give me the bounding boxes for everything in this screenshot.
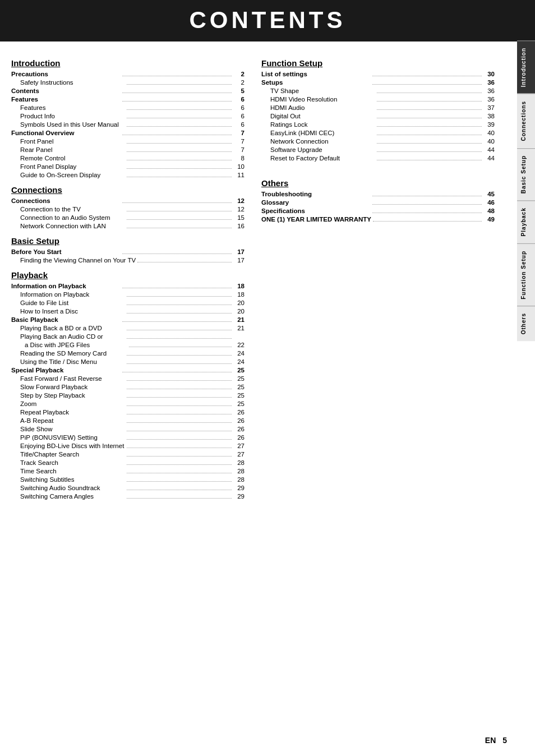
toc-finding-channel: Finding the Viewing Channel on Your TV 1… — [11, 256, 245, 265]
toc-title-disc-menu: Using the Title / Disc Menu 24 — [11, 358, 245, 366]
section-title-introduction: Introduction — [11, 58, 245, 68]
section-title-function-setup: Function Setup — [261, 58, 495, 68]
toc-step-playback: Step by Step Playback 25 — [11, 391, 245, 400]
right-column: Function Setup List of settings 30 Setup… — [261, 53, 495, 501]
toc-front-panel-display: Front Panel Display 10 — [11, 163, 245, 171]
toc-slide-show: Slide Show 26 — [11, 425, 245, 434]
toc-easylink: EasyLink (HDMI CEC) 40 — [261, 129, 495, 137]
toc-warranty: ONE (1) YEAR LIMITED WARRANTY 49 — [261, 215, 495, 224]
left-column: Introduction Precautions 2 Safety Instru… — [11, 53, 245, 501]
toc-specifications: Specifications 48 — [261, 207, 495, 215]
toc-connections: Connections 12 — [11, 197, 245, 205]
toc-network-connection-lan: Network Connection with LAN 16 — [11, 222, 245, 231]
toc-reset-factory: Reset to Factory Default 44 — [261, 154, 495, 163]
toc-bd-live: Enjoying BD-Live Discs with Internet 27 — [11, 442, 245, 450]
toc-ab-repeat: A-B Repeat 26 — [11, 417, 245, 425]
sidebar-tab-introduction[interactable]: Introduction — [517, 40, 535, 94]
toc-features-bold: Features 6 — [11, 95, 245, 104]
toc-info-on-playback: Information on Playback 18 — [11, 282, 245, 291]
toc-rear-panel: Rear Panel 7 — [11, 146, 245, 154]
toc-hdmi-audio: HDMI Audio 37 — [261, 104, 495, 112]
toc-troubleshooting: Troubleshooting 45 — [261, 190, 495, 199]
sidebar-tab-function-setup[interactable]: Function Setup — [517, 243, 535, 306]
toc-ratings-lock: Ratings Lock 39 — [261, 121, 495, 129]
toc-switching-audio: Switching Audio Soundtrack 29 — [11, 484, 245, 492]
section-title-others: Others — [261, 178, 495, 188]
section-others: Others Troubleshooting 45 Glossary 46 Sp… — [261, 178, 495, 224]
sidebar-tab-others[interactable]: Others — [517, 306, 535, 341]
toc-precautions: Precautions 2 — [11, 70, 245, 79]
section-playback: Playback Information on Playback 18 Info… — [11, 270, 245, 501]
footer: EN 5 — [481, 736, 507, 745]
toc-zoom: Zoom 25 — [11, 400, 245, 408]
toc-connection-tv: Connection to the TV 12 — [11, 205, 245, 214]
section-basic-setup: Basic Setup Before You Start 17 Finding … — [11, 236, 245, 265]
toc-remote-control: Remote Control 8 — [11, 154, 245, 163]
page-title: CONTENTS — [0, 7, 535, 34]
toc-jpeg-disc: a Disc with JPEG Files 22 — [11, 341, 245, 349]
toc-playing-bd-dvd: Playing Back a BD or a DVD 21 — [11, 324, 245, 333]
toc-basic-playback: Basic Playback 21 — [11, 316, 245, 324]
toc-guide-file-list: Guide to File List 20 — [11, 299, 245, 307]
toc-time-search: Time Search 28 — [11, 467, 245, 476]
toc-features: Features 6 — [11, 104, 245, 112]
toc-network-connection: Network Connection 40 — [261, 137, 495, 146]
toc-playing-audio-cd: Playing Back an Audio CD or — [11, 333, 245, 341]
toc-switching-camera: Switching Camera Angles 29 — [11, 492, 245, 501]
main-content: Introduction Precautions 2 Safety Instru… — [0, 42, 517, 512]
sidebar-tab-playback[interactable]: Playback — [517, 200, 535, 243]
section-introduction: Introduction Precautions 2 Safety Instru… — [11, 58, 245, 179]
toc-guide-onscreen: Guide to On-Screen Display 11 — [11, 171, 245, 179]
toc-fast-forward: Fast Forward / Fast Reverse 25 — [11, 375, 245, 383]
section-title-connections: Connections — [11, 185, 245, 195]
sidebar-tabs: Introduction Connections Basic Setup Pla… — [517, 40, 535, 342]
toc-setups: Setups 36 — [261, 79, 495, 87]
toc-special-playback: Special Playback 25 — [11, 366, 245, 375]
section-title-playback: Playback — [11, 270, 245, 280]
section-connections: Connections Connections 12 Connection to… — [11, 185, 245, 231]
footer-en-label: EN — [485, 736, 496, 745]
sidebar-tab-basic-setup[interactable]: Basic Setup — [517, 148, 535, 200]
toc-digital-out: Digital Out 38 — [261, 112, 495, 121]
toc-track-search: Track Search 28 — [11, 459, 245, 467]
toc-hdmi-video-resolution: HDMI Video Resolution 36 — [261, 95, 495, 104]
toc-symbols: Symbols Used in this User Manual 6 — [11, 121, 245, 129]
toc-product-info: Product Info 6 — [11, 112, 245, 121]
toc-title-chapter-search: Title/Chapter Search 27 — [11, 450, 245, 459]
toc-software-upgrade: Software Upgrade 44 — [261, 146, 495, 154]
section-title-basic-setup: Basic Setup — [11, 236, 245, 246]
toc-safety-instructions: Safety Instructions 2 — [11, 79, 245, 87]
toc-glossary: Glossary 46 — [261, 199, 495, 207]
page-header: CONTENTS — [0, 0, 535, 42]
toc-contents: Contents 5 — [11, 87, 245, 95]
section-function-setup: Function Setup List of settings 30 Setup… — [261, 58, 495, 163]
toc-slow-forward: Slow Forward Playback 25 — [11, 383, 245, 391]
toc-before-you-start: Before You Start 17 — [11, 248, 245, 256]
toc-sd-card: Reading the SD Memory Card 24 — [11, 349, 245, 358]
toc-connection-audio: Connection to an Audio System 15 — [11, 214, 245, 222]
toc-pip: PiP (BONUSVIEW) Setting 26 — [11, 434, 245, 442]
toc-switching-subtitles: Switching Subtitles 28 — [11, 476, 245, 484]
footer-page-num: 5 — [502, 736, 507, 745]
toc-info-on-playback-sub: Information on Playback 18 — [11, 291, 245, 299]
sidebar-tab-connections[interactable]: Connections — [517, 94, 535, 148]
toc-insert-disc: How to Insert a Disc 20 — [11, 307, 245, 316]
toc-functional-overview: Functional Overview 7 — [11, 129, 245, 137]
toc-tv-shape: TV Shape 36 — [261, 87, 495, 95]
toc-list-settings: List of settings 30 — [261, 70, 495, 79]
toc-front-panel: Front Panel 7 — [11, 137, 245, 146]
toc-repeat-playback: Repeat Playback 26 — [11, 408, 245, 417]
